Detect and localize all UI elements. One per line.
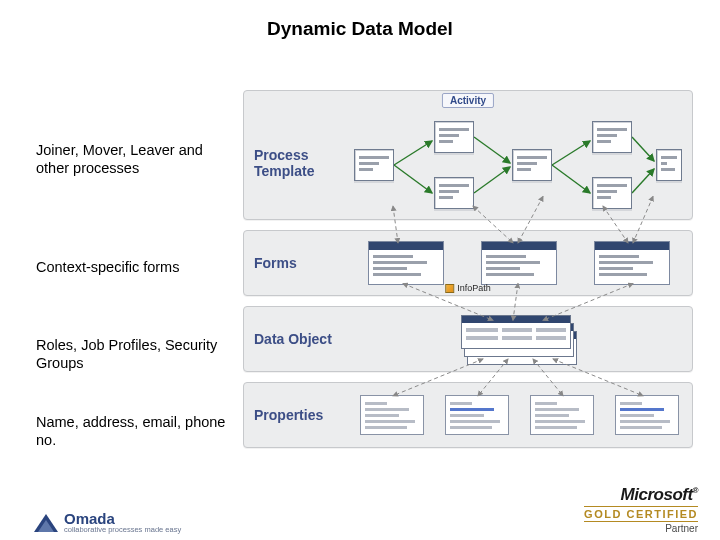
infopath-badge: InfoPath [445, 283, 491, 293]
footer: Omada collaborative processes made easy … [0, 486, 720, 534]
svg-line-6 [632, 137, 654, 161]
data-object-icon [461, 315, 577, 363]
desc-dataobject: Roles, Job Profiles, Security Groups [36, 336, 226, 372]
omada-tagline: collaborative processes made easy [64, 525, 181, 534]
desc-forms: Context-specific forms [36, 258, 179, 276]
ms-brand: Microsoft® [584, 485, 698, 505]
layer-label-properties: Properties [254, 407, 323, 423]
omada-logo-block: Omada collaborative processes made easy [34, 510, 181, 534]
activity-tag: Activity [442, 93, 494, 108]
omada-mark-icon [34, 510, 58, 534]
activity-node [656, 149, 682, 181]
desc-properties: Name, address, email, phone no. [36, 413, 226, 449]
infopath-icon [445, 284, 454, 293]
activity-node [434, 177, 474, 209]
activity-node [434, 121, 474, 153]
svg-line-2 [474, 137, 510, 163]
svg-line-1 [394, 165, 432, 193]
activity-node [592, 121, 632, 153]
page-title: Dynamic Data Model [0, 0, 720, 40]
infopath-label: InfoPath [457, 283, 491, 293]
forms-content [354, 239, 684, 287]
layer-label-process: Process Template [254, 147, 349, 179]
activity-node [592, 177, 632, 209]
diagram-main: Joiner, Mover, Leaver and other processe… [0, 90, 720, 460]
property-card [615, 395, 679, 435]
activity-flow [354, 115, 682, 215]
ms-gold-line: GOLD CERTIFIED [584, 506, 698, 522]
layer-data-object: Data Object [243, 306, 693, 372]
desc-process: Joiner, Mover, Leaver and other processe… [36, 141, 226, 177]
activity-node [354, 149, 394, 181]
data-object-content [354, 315, 684, 363]
layer-label-forms: Forms [254, 255, 297, 271]
property-card [530, 395, 594, 435]
svg-line-7 [632, 169, 654, 193]
form-icon [368, 241, 444, 285]
activity-node [512, 149, 552, 181]
ms-partner-line: Partner [584, 523, 698, 534]
layer-stack: Activity Process Template [243, 90, 693, 448]
svg-line-0 [394, 141, 432, 165]
layer-forms: Forms InfoPath [243, 230, 693, 296]
layer-label-dataobject: Data Object [254, 331, 332, 347]
svg-line-4 [552, 141, 590, 165]
form-icon [594, 241, 670, 285]
svg-line-5 [552, 165, 590, 193]
layer-properties: Properties [243, 382, 693, 448]
ms-partner-badge: Microsoft® GOLD CERTIFIED Partner [584, 485, 698, 534]
layer-process-template: Activity Process Template [243, 90, 693, 220]
property-card [445, 395, 509, 435]
form-icon [481, 241, 557, 285]
svg-line-3 [474, 167, 510, 193]
properties-content [354, 391, 684, 439]
property-card [360, 395, 424, 435]
